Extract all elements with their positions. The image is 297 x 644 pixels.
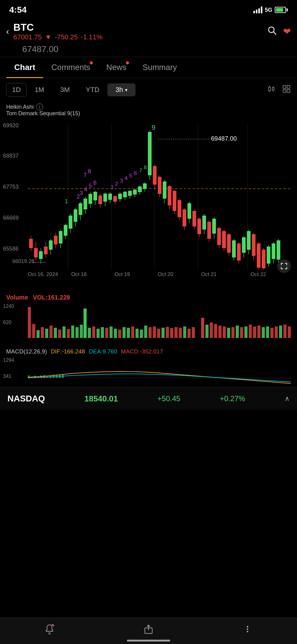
svg-rect-80 [133, 190, 137, 195]
svg-rect-186 [166, 327, 169, 338]
svg-rect-185 [161, 328, 165, 338]
signal-bar-1 [253, 11, 255, 13]
svg-rect-202 [240, 327, 243, 338]
svg-line-1 [273, 32, 276, 34]
svg-rect-159 [50, 326, 53, 338]
tab-news[interactable]: News [98, 63, 135, 78]
share-button[interactable] [143, 624, 154, 635]
header: ‹ BTC 67001.75 ▼ -750.25 -1.11% ❤ [0, 19, 297, 44]
news-dot [126, 61, 129, 64]
svg-text:3: 3 [120, 178, 123, 184]
svg-text:5: 5 [129, 173, 132, 179]
svg-text:69920: 69920 [3, 122, 19, 129]
svg-text:9: 9 [152, 124, 155, 131]
svg-rect-50 [79, 203, 82, 215]
svg-text:3: 3 [80, 190, 83, 196]
svg-rect-149 [277, 240, 280, 260]
bottom-spacer [0, 410, 297, 450]
svg-text:2: 2 [115, 181, 118, 187]
svg-rect-204 [249, 325, 252, 338]
signal-bar-2 [256, 10, 257, 13]
svg-text:67753: 67753 [3, 184, 19, 190]
favorite-icon[interactable]: ❤ [283, 26, 291, 37]
svg-point-236 [247, 631, 248, 633]
svg-text:6: 6 [134, 170, 137, 176]
svg-rect-207 [262, 327, 265, 338]
svg-rect-56 [93, 192, 97, 200]
svg-rect-5 [272, 88, 274, 90]
svg-rect-179 [136, 329, 139, 338]
ticker-title: BTC [13, 22, 102, 33]
svg-text:7: 7 [84, 172, 87, 178]
svg-rect-139 [252, 234, 256, 256]
svg-rect-170 [97, 329, 100, 338]
search-icon[interactable] [267, 25, 277, 37]
chart-type-icons [267, 85, 291, 95]
svg-rect-188 [174, 327, 178, 338]
svg-rect-183 [153, 326, 156, 338]
macd-label: MACD(12,26,9) DIF:-166.248 DEA:9.760 MAC… [0, 346, 297, 356]
battery-tip [286, 8, 288, 11]
svg-rect-176 [123, 327, 126, 338]
svg-rect-162 [62, 326, 66, 338]
svg-rect-200 [231, 327, 235, 338]
svg-text:Oct 20: Oct 20 [158, 271, 173, 277]
svg-rect-137 [247, 231, 251, 250]
svg-rect-203 [244, 326, 248, 338]
svg-text:Oct 16, 2024: Oct 16, 2024 [28, 271, 58, 277]
tabs-container: Chart Comments News Summary [0, 57, 297, 78]
svg-rect-164 [84, 309, 87, 338]
volume-label: Volume VOL:161.228 [0, 291, 297, 302]
svg-rect-163 [67, 329, 70, 338]
fullscreen-button[interactable] [277, 259, 291, 273]
svg-rect-103 [163, 182, 166, 199]
macd-chart: 1294 341 [0, 356, 297, 387]
svg-point-234 [247, 626, 248, 628]
candles-group: 2 3 4 5 6 1 7 8 1 [12, 124, 280, 270]
svg-rect-155 [32, 324, 35, 338]
volume-section: Volume VOL:161.228 1240 620 [0, 291, 297, 346]
more-button[interactable] [242, 624, 253, 635]
candlestick-icon[interactable] [267, 85, 276, 95]
svg-text:66669: 66669 [3, 215, 19, 221]
svg-point-235 [247, 629, 248, 630]
svg-rect-190 [183, 326, 186, 338]
tab-comments[interactable]: Comments [43, 63, 98, 78]
svg-text:4: 4 [125, 175, 127, 181]
status-time: 4:54 [9, 5, 27, 15]
tab-summary[interactable]: Summary [135, 63, 185, 78]
time-1m[interactable]: 1M [27, 83, 52, 96]
back-button[interactable]: ‹ [6, 27, 9, 37]
svg-rect-105 [168, 186, 171, 205]
svg-text:2: 2 [77, 194, 80, 200]
svg-rect-208 [266, 326, 269, 338]
time-3m[interactable]: 3M [52, 83, 78, 96]
ticker-group: BTC 67001.75 ▼ -750.25 -1.11% [13, 22, 102, 41]
svg-rect-74 [118, 194, 122, 199]
macd-section: MACD(12,26,9) DIF:-166.248 DEA:9.760 MAC… [0, 346, 297, 387]
nasdaq-label: NASDAQ [7, 394, 45, 404]
time-ytd[interactable]: YTD [78, 83, 107, 96]
svg-text:5: 5 [89, 183, 92, 189]
svg-text:4: 4 [84, 186, 87, 192]
time-3h[interactable]: 3h ▾ [107, 83, 135, 96]
alert-button[interactable] [44, 624, 55, 635]
svg-rect-158 [45, 329, 48, 338]
svg-rect-70 [108, 194, 112, 200]
svg-rect-169 [92, 326, 95, 338]
svg-rect-211 [279, 326, 282, 338]
svg-rect-212 [283, 325, 286, 338]
tab-chart[interactable]: Chart [6, 63, 43, 78]
svg-rect-181 [144, 326, 147, 338]
svg-text:Oct 21: Oct 21 [201, 271, 217, 277]
svg-rect-194 [205, 325, 209, 338]
grid-icon[interactable] [282, 85, 291, 95]
svg-rect-94 [148, 132, 152, 175]
heikin-label: Heikin Ashi i [6, 103, 291, 110]
time-1d[interactable]: 1D [6, 83, 27, 97]
svg-rect-42 [59, 231, 62, 243]
svg-text:7: 7 [139, 168, 142, 173]
price-change: -750.25 [55, 33, 78, 41]
svg-rect-166 [75, 327, 79, 338]
price-change-pct: -1.11% [81, 33, 103, 41]
